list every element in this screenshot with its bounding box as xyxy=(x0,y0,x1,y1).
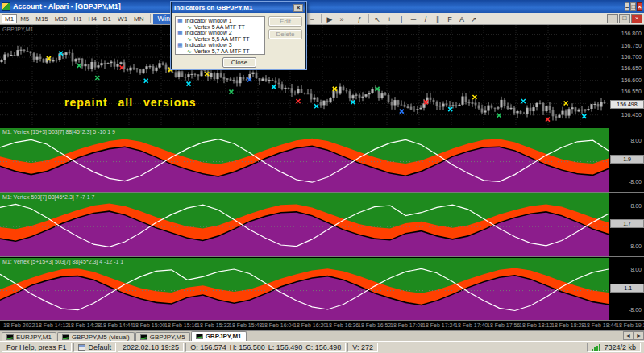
tree-item-indicator[interactable]: ∿Vertex 5,5 AA MTF TT xyxy=(177,36,263,43)
signal-x-marker xyxy=(521,99,526,103)
tree-item-indicator-window[interactable]: ▦Indicator window 2 xyxy=(177,30,263,36)
timeframe-button-d1[interactable]: D1 xyxy=(100,14,114,23)
timeframe-button-m15[interactable]: M15 xyxy=(32,14,52,23)
close-button[interactable]: × xyxy=(637,2,642,11)
indicator-plot[interactable] xyxy=(0,258,609,324)
indicators-icon[interactable]: ƒ xyxy=(354,14,366,24)
chart-tab-label: GBPJPY,M1 xyxy=(206,333,242,340)
status-traffic-segment: 7324/2 kb xyxy=(587,343,641,352)
dialog-title-bar[interactable]: Indicators on GBPJPY,M1 × xyxy=(172,2,305,13)
mdi-minimize-button[interactable]: – xyxy=(607,14,618,23)
chart-tab-gbpjpy-m5-visual-[interactable]: GBPJPY,M5 (visual) xyxy=(57,332,135,341)
timeframe-button-m30[interactable]: M30 xyxy=(52,14,71,23)
indicator-panel-label: M1: Vertex 503[7] 88[45*2.3] 7 -7 1 7 xyxy=(2,194,94,200)
arrows-icon[interactable]: ↗ xyxy=(468,14,480,24)
status-high: H: 156.580 xyxy=(230,343,265,351)
tab-scroll-right-icon[interactable]: ► xyxy=(634,331,644,340)
indicator-panel-2: M1: Vertex 503[7] 88[45*2.3] 7 -7 1 78.0… xyxy=(0,192,644,256)
window-icon: ▦ xyxy=(177,30,183,35)
price-scale-tick: 156.600 xyxy=(621,77,642,83)
tree-item-indicator[interactable]: ∿Vertex 5 AA MTF TT xyxy=(177,24,263,31)
timeframe-button-mn[interactable]: MN xyxy=(131,14,147,23)
chart-tab-eurjpy-m1[interactable]: EURJPY,M1 xyxy=(2,332,56,341)
timeframe-button-h4[interactable]: H4 xyxy=(85,14,100,23)
status-profile: Default xyxy=(89,343,112,351)
maximize-button[interactable]: □ xyxy=(630,2,636,11)
mt4-window: Account - Alpari - [GBPJPY,M1] –□× M1M5M… xyxy=(0,0,644,353)
time-axis-label: 18 Feb 17:40 xyxy=(455,322,488,328)
edit-button[interactable]: Edit xyxy=(268,16,302,27)
time-axis-label: 18 Feb 2022 xyxy=(3,322,35,328)
time-axis-label: 18 Feb 18:44 xyxy=(584,322,617,328)
time-axis-label: 18 Feb 15:00 xyxy=(132,322,165,328)
timeframe-button-w1[interactable]: W1 xyxy=(114,14,131,23)
timeframe-bar: M1M5M15M30H1H4D1W1MN xyxy=(2,14,147,23)
time-axis-label: 18 Feb 16:36 xyxy=(326,322,359,328)
tree-item-label: Indicator window 1 xyxy=(185,18,232,23)
minimize-button[interactable]: – xyxy=(625,2,629,11)
indicator-scale[interactable]: 8.000.00-8.001.9 xyxy=(609,127,644,192)
zoom-out-icon[interactable]: − xyxy=(306,14,318,24)
indicator-plot[interactable] xyxy=(0,193,609,260)
status-datetime: 2022.02.18 19:25 xyxy=(118,343,184,352)
indicator-plot[interactable] xyxy=(0,128,609,196)
chart-tab-label: GBPJPY,M5 (visual) xyxy=(72,334,130,341)
auto-scroll-icon[interactable]: ▶ xyxy=(324,14,336,24)
channel-icon[interactable]: ∥ xyxy=(432,14,444,24)
chart-watermark-text: repaint all versions xyxy=(64,96,197,109)
dialog-close-icon[interactable]: × xyxy=(293,4,303,12)
text-icon[interactable]: A xyxy=(456,14,468,24)
time-axis-label: 18 Feb 15:16 xyxy=(164,322,197,328)
signal-x-marker xyxy=(272,85,276,89)
trendline-icon[interactable]: / xyxy=(420,14,432,24)
signal-x-marker xyxy=(497,114,501,118)
tree-item-indicator-window[interactable]: ▦Indicator window 3 xyxy=(177,42,263,48)
signal-x-marker xyxy=(564,102,568,106)
indicator-panel-1: M1: Vertex [15+3] 503[7] 88[45*2.3] 5 -1… xyxy=(0,127,644,192)
chart-thumbnail-icon xyxy=(62,334,69,340)
indicator-value-box: 1.9 xyxy=(610,155,644,164)
delete-button[interactable]: Delete xyxy=(268,29,302,39)
time-axis-label: 18 Feb 17:56 xyxy=(487,322,520,328)
timeframe-button-m1[interactable]: M1 xyxy=(2,14,17,23)
signal-x-marker xyxy=(314,104,318,108)
time-axis-label: 18 Feb 16:20 xyxy=(293,322,326,328)
indicator-value-box: 1.7 xyxy=(610,219,644,228)
chart-tab-gbpjpy-m1[interactable]: GBPJPY,M1 xyxy=(191,331,247,341)
indicator-panels: M1: Vertex [15+3] 503[7] 88[45*2.3] 5 -1… xyxy=(0,127,644,320)
horizontal-line-icon[interactable]: ─ xyxy=(408,14,420,24)
indicator-scale[interactable]: 8.000.00-8.001.7 xyxy=(609,193,644,256)
tab-scroll-left-icon[interactable]: ◄ xyxy=(623,331,634,340)
tree-item-indicator-window[interactable]: ▦Indicator window 1 xyxy=(177,18,263,24)
time-axis-label: 18 Feb 18:28 xyxy=(551,322,584,328)
indicator-panel-label: M1: Vertex [15+3] 503[7] 88[45*2.3] 5 -1… xyxy=(2,129,115,135)
time-axis[interactable]: 18 Feb 202218 Feb 14:1218 Feb 14:2818 Fe… xyxy=(0,320,644,330)
signal-x-marker xyxy=(400,110,404,114)
window-icon: ▦ xyxy=(177,18,183,23)
chart-tab-gbpjpy-m5[interactable]: GBPJPY,M5 xyxy=(135,332,190,341)
status-profile-segment[interactable]: Default xyxy=(73,343,117,352)
cursor-icon[interactable]: ↖ xyxy=(372,14,384,24)
tree-item-indicator[interactable]: ∿Vertex 5,7 AA MTF TT xyxy=(177,48,263,55)
indicator-tree[interactable]: ▦Indicator window 1∿Vertex 5 AA MTF TT▦I… xyxy=(175,16,265,55)
vertical-line-icon[interactable]: | xyxy=(396,14,408,24)
signal-x-marker xyxy=(448,107,452,111)
indicator-scale-tick: 8.00 xyxy=(630,138,642,143)
indicator-scale[interactable]: 8.000.00-8.00-1.1 xyxy=(609,257,644,320)
status-open: O: 156.574 xyxy=(190,343,226,351)
chart-shift-icon[interactable]: » xyxy=(336,14,348,24)
tab-scroll-buttons: ◄► xyxy=(623,331,644,340)
price-scale[interactable]: 156.800156.750156.700156.650156.600156.5… xyxy=(609,25,644,127)
status-low: L: 156.490 xyxy=(268,343,303,351)
mdi-restore-button[interactable]: □ xyxy=(619,14,630,23)
mdi-close-button[interactable]: × xyxy=(631,14,642,23)
close-dialog-button[interactable]: Close xyxy=(222,57,256,68)
time-axis-label: 18 Feb 15:32 xyxy=(197,322,230,328)
tree-item-label: Vertex 5 AA MTF TT xyxy=(194,24,245,30)
fibonacci-icon[interactable]: F xyxy=(444,14,456,24)
timeframe-button-h1[interactable]: H1 xyxy=(70,14,85,23)
crosshair-icon[interactable]: + xyxy=(384,14,396,24)
chart-symbol-label: GBPJPY,M1 xyxy=(2,27,33,32)
timeframe-button-m5[interactable]: M5 xyxy=(17,14,32,23)
indicator-panel-3: M1: Vertex [5+15+3] 503[7] 88[45*2.3] 4 … xyxy=(0,256,644,320)
